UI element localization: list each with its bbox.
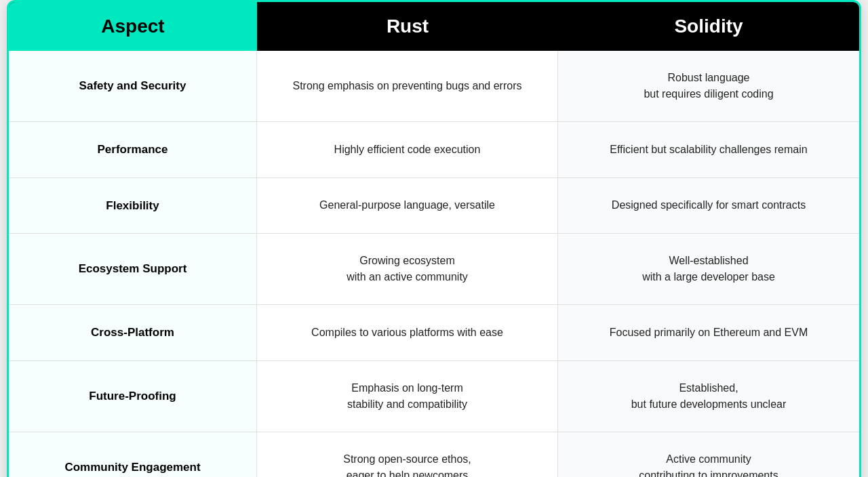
table-row: Cross-Platform Compiles to various platf… xyxy=(9,305,859,361)
aspect-value: Future-Proofing xyxy=(89,388,176,405)
comparison-table: Aspect Rust Solidity Safety and Security… xyxy=(7,0,861,477)
rust-header-label: Rust xyxy=(387,16,429,37)
table-row: Community Engagement Strong open-source … xyxy=(9,432,859,478)
aspect-value: Community Engagement xyxy=(64,459,200,476)
table-row: Future-Proofing Emphasis on long-termsta… xyxy=(9,361,859,432)
aspect-cell: Community Engagement xyxy=(9,432,257,478)
solidity-value: Well-establishedwith a large developer b… xyxy=(642,253,775,285)
solidity-value: Active communitycontributing to improvem… xyxy=(639,451,778,478)
aspect-value: Safety and Security xyxy=(79,77,186,95)
aspect-cell: Flexibility xyxy=(9,178,257,234)
solidity-cell: Well-establishedwith a large developer b… xyxy=(558,234,859,304)
rust-cell: Strong open-source ethos,eager to help n… xyxy=(257,432,558,478)
table-row: Safety and Security Strong emphasis on p… xyxy=(9,51,859,122)
rust-value: Growing ecosystemwith an active communit… xyxy=(347,253,468,285)
solidity-value: Focused primarily on Ethereum and EVM xyxy=(610,325,808,341)
solidity-cell: Established,but future developments uncl… xyxy=(558,361,859,432)
aspect-cell: Safety and Security xyxy=(9,51,257,121)
rust-cell: Emphasis on long-termstability and compa… xyxy=(257,361,558,432)
rust-cell: General-purpose language, versatile xyxy=(257,178,558,234)
rust-cell: Strong emphasis on preventing bugs and e… xyxy=(257,51,558,121)
table-row: Ecosystem Support Growing ecosystemwith … xyxy=(9,234,859,305)
table-row: Performance Highly efficient code execut… xyxy=(9,122,859,178)
rust-value: Strong emphasis on preventing bugs and e… xyxy=(293,78,522,94)
aspect-value: Performance xyxy=(98,141,168,159)
solidity-cell: Robust languagebut requires diligent cod… xyxy=(558,51,859,121)
rust-cell: Compiles to various platforms with ease xyxy=(257,305,558,360)
rust-cell: Highly efficient code execution xyxy=(257,122,558,178)
rust-column-header: Rust xyxy=(257,2,558,51)
aspect-cell: Cross-Platform xyxy=(9,305,257,360)
aspect-cell: Performance xyxy=(9,122,257,178)
solidity-value: Efficient but scalability challenges rem… xyxy=(610,142,807,158)
solidity-header-label: Solidity xyxy=(674,16,743,37)
rust-value: General-purpose language, versatile xyxy=(319,197,495,213)
rust-value: Compiles to various platforms with ease xyxy=(311,325,503,341)
rust-value: Highly efficient code execution xyxy=(334,142,481,158)
solidity-value: Established,but future developments uncl… xyxy=(631,380,787,413)
solidity-column-header: Solidity xyxy=(558,2,859,51)
aspect-value: Flexibility xyxy=(106,197,159,215)
table-body: Safety and Security Strong emphasis on p… xyxy=(9,51,859,477)
table-header: Aspect Rust Solidity xyxy=(9,2,859,51)
table-row: Flexibility General-purpose language, ve… xyxy=(9,178,859,234)
aspect-value: Ecosystem Support xyxy=(79,260,187,278)
aspect-value: Cross-Platform xyxy=(91,324,174,341)
solidity-cell: Designed specifically for smart contract… xyxy=(558,178,859,234)
rust-value: Emphasis on long-termstability and compa… xyxy=(347,380,467,413)
solidity-cell: Focused primarily on Ethereum and EVM xyxy=(558,305,859,360)
rust-cell: Growing ecosystemwith an active communit… xyxy=(257,234,558,304)
aspect-header-label: Aspect xyxy=(101,16,164,37)
aspect-cell: Future-Proofing xyxy=(9,361,257,432)
solidity-cell: Efficient but scalability challenges rem… xyxy=(558,122,859,178)
solidity-value: Designed specifically for smart contract… xyxy=(612,197,806,213)
solidity-value: Robust languagebut requires diligent cod… xyxy=(644,70,773,102)
aspect-column-header: Aspect xyxy=(9,2,257,51)
solidity-cell: Active communitycontributing to improvem… xyxy=(558,432,859,478)
aspect-cell: Ecosystem Support xyxy=(9,234,257,304)
rust-value: Strong open-source ethos,eager to help n… xyxy=(343,451,471,478)
